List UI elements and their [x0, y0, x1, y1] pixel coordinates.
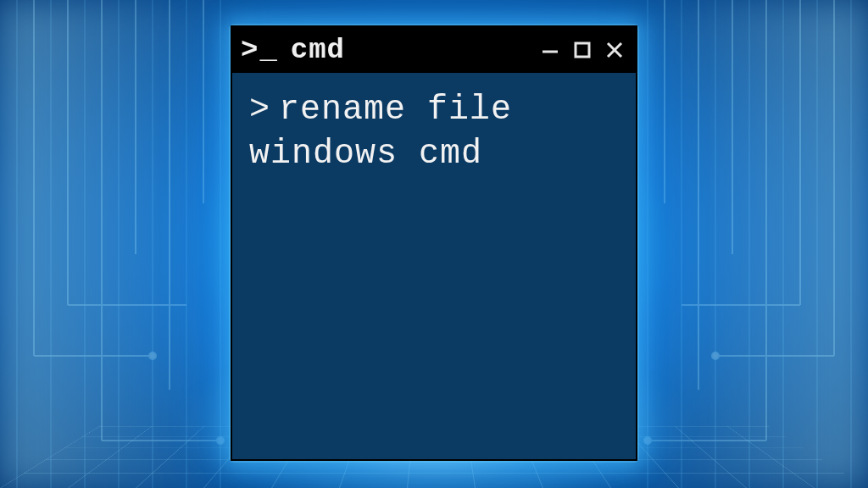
- close-button[interactable]: [604, 39, 626, 61]
- terminal-window: >_ cmd >rename file windows cmd: [231, 25, 637, 461]
- terminal-prompt-caret: >: [249, 91, 270, 129]
- svg-rect-5: [576, 43, 589, 57]
- close-icon: [605, 41, 624, 59]
- maximize-icon: [573, 41, 592, 59]
- terminal-body[interactable]: >rename file windows cmd: [232, 73, 636, 459]
- window-titlebar[interactable]: >_ cmd: [232, 27, 636, 73]
- maximize-button[interactable]: [571, 39, 593, 61]
- terminal-command-text: rename file windows cmd: [249, 91, 533, 173]
- titlebar-left-group: >_ cmd: [241, 34, 345, 66]
- terminal-prompt-icon: >_: [241, 36, 279, 64]
- window-title: cmd: [291, 34, 345, 66]
- minimize-button[interactable]: [539, 39, 561, 61]
- minimize-icon: [541, 41, 559, 59]
- window-controls: [539, 39, 626, 61]
